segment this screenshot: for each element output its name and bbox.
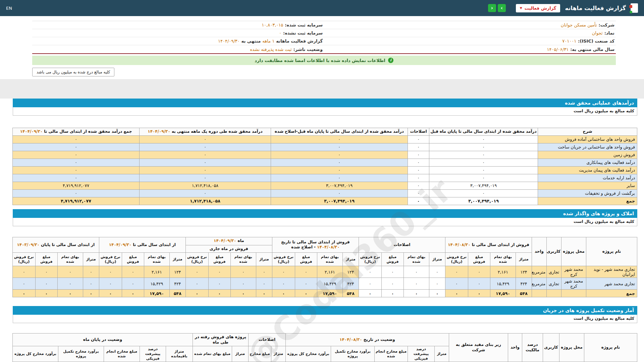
g5-sale-rate: ۰ xyxy=(99,278,122,290)
g6-sale-rate: ۰ xyxy=(12,278,35,290)
group-header-prev-year: از ابتدای سال مالی تا پایان ۱۴۰۳/۰۹/۳۰ xyxy=(12,237,99,253)
sub-column-header: مبلغ فروش xyxy=(295,253,317,266)
value-adjustments: ۰ xyxy=(408,174,429,182)
value-prev-adjusted: ۰ xyxy=(271,189,408,197)
g5-sale-amount: ۰ xyxy=(122,290,144,297)
g4-area: ۰ xyxy=(256,290,272,297)
g1-sale-amount: ۰ xyxy=(468,266,490,278)
revenue-row: برگشت از فروش و تخفیفات ۰ ۰ ۰ ۰ ۰ xyxy=(13,189,637,197)
g3-cost: ۱۵,۴۲۹ xyxy=(317,278,342,290)
unregistered-capital-value: ۰ xyxy=(279,31,281,36)
registered-capital-label: سرمایه ثبت شده: xyxy=(285,22,323,27)
value-current-month: ۰ xyxy=(140,189,271,197)
company-name-link[interactable]: تأمین مسکن جوانان xyxy=(561,22,597,27)
project-name: تجاری محمد شهر xyxy=(586,278,637,290)
revenue-row: درآمد ارایه خدمات ۰ ۰ ۰ ۰ ۰ xyxy=(13,174,637,182)
value-adjustments: ۰ xyxy=(408,197,429,205)
value-adjustments: ۰ xyxy=(408,166,429,174)
symbol-link[interactable]: ثجوان xyxy=(592,31,603,36)
prev-report-button[interactable]: ‹ xyxy=(488,4,496,12)
isic-value: ۷۰۱۰۰۱ xyxy=(562,39,576,44)
value-prev-period: ۰ xyxy=(429,151,538,159)
value-current-month: ۰ xyxy=(140,159,271,166)
symbol-label: نماد: xyxy=(604,31,614,36)
value-total: ۰ xyxy=(13,166,140,174)
g3-area: ۱۲۴ xyxy=(342,266,359,278)
language-toggle-en[interactable]: EN xyxy=(6,6,12,11)
company-info-right-column: شرکت: تأمین مسکن جوانان نماد: ثجوان کد ص… xyxy=(324,21,616,53)
company-info-panel: شرکت: تأمین مسکن جوانان نماد: ثجوان کد ص… xyxy=(32,21,616,54)
project-unit: مترمربع xyxy=(532,278,547,290)
row-label: درآمد فعالیت های پیمانکاری xyxy=(538,159,637,166)
subgroup-header-current-month-sales: فروش در ماه جاری xyxy=(185,245,272,253)
revenue-row: درآمد فعالیت های پیمانکاری ۰ ۰ ۰ ۰ ۰ xyxy=(13,159,637,166)
g3-sale-amount: ۰ xyxy=(295,290,317,297)
group-header-sales-adjusted: فروش از ابتدای سال مالی تا تاریخ ۱۴۰۴/۰۸… xyxy=(272,237,359,253)
sub-column-header: نرخ فروش (ریال) xyxy=(359,253,381,266)
row-label: جمع xyxy=(538,197,637,205)
column-header-project-name: نام پروژه xyxy=(586,237,637,266)
value-prev-period: ۰ xyxy=(429,166,538,174)
project-name: جمع xyxy=(586,290,637,297)
g3-cost: ۱۷,۵۹۰ xyxy=(317,290,342,297)
report-period-label: گزارش فعالیت ماهانه xyxy=(276,39,323,44)
publisher-status-value: ثبت شده پذیرفته نشده xyxy=(250,47,291,52)
report-type-dropdown[interactable]: گزارش فعالیت ▼ xyxy=(516,4,560,12)
column-header-project-location: محل پروژه xyxy=(561,237,586,266)
g2-sale-amount: ۰ xyxy=(381,278,404,290)
unit-note-transferred: کلیه مبالغ به میلیون ریال است xyxy=(13,218,637,226)
g6-cost: ۰ xyxy=(57,266,83,278)
g6-sale-rate: ۰ xyxy=(12,266,35,278)
value-prev-adjusted: ۰ xyxy=(271,166,408,174)
in-progress-group-header-row: نام پروژه محل پروژه کاربری درصد مالکیت و… xyxy=(12,334,637,346)
sub-column-header: بهای تمام شده xyxy=(490,253,516,266)
project-name: تجاری محمد شهر - نوید ایرانیان xyxy=(586,266,637,278)
g2-cost: ۰ xyxy=(404,278,429,290)
sub-column-header: نرخ فروش (ریال) xyxy=(445,253,468,266)
g1-cost: ۱۵,۴۲۹ xyxy=(490,278,516,290)
g5-sale-rate: ۰ xyxy=(99,266,122,278)
sub-column-header: بهای تمام شده xyxy=(230,253,256,266)
sub-column-header: برآورد مخارج کل پروژه xyxy=(12,346,58,362)
value-total: ۰ xyxy=(13,159,140,166)
value-total: ۰ xyxy=(13,143,140,151)
fiscal-year-value: ۱۴۰۵/۰۶/۳۱ xyxy=(547,47,569,52)
sub-column-header: مبلغ مخارج xyxy=(248,346,271,362)
section-title-in-progress: آمار وضعیت تکمیل پروژه های در جریان xyxy=(13,306,637,315)
sub-column-header: نرخ فروش (ریال) xyxy=(12,253,35,266)
g2-sale-rate: ۰ xyxy=(359,290,381,297)
sub-column-header: مبلغ فروش xyxy=(208,253,230,266)
report-type-label: گزارش فعالیت xyxy=(525,6,556,11)
g4-area: ۰ xyxy=(256,278,272,290)
in-progress-projects-table: نام پروژه محل پروژه کاربری درصد مالکیت و… xyxy=(12,333,637,362)
sub-column-header: نرخ فروش (ریال) xyxy=(99,253,122,266)
row-label: فروش زمین xyxy=(538,151,637,159)
value-current-month: ۱,۷۱۲,۴۱۸,۰۵۸ xyxy=(140,182,271,189)
info-row-company: شرکت: تأمین مسکن جوانان xyxy=(324,21,616,29)
g1-sale-rate: ۰ xyxy=(445,278,468,290)
sub-column-header: متراژ باقیمانده xyxy=(166,346,193,362)
isic-label: کد صنعت (ISIC): xyxy=(578,39,614,44)
project-unit: مترمربع xyxy=(532,266,547,278)
g6-area: ۰ xyxy=(83,290,99,297)
group-header-sold-during-month: پروژه های فروش رفته در طی ماه xyxy=(193,334,248,346)
column-header-useful-area: زیر بنای مفید متعلق به شرکت xyxy=(449,334,508,362)
value-prev-period: ۰ xyxy=(429,189,538,197)
g1-cost: ۲,۱۶۱ xyxy=(490,266,516,278)
project-row: تجاری محمد شهر محمد شهر کرج تجاری مترمرب… xyxy=(12,278,637,290)
column-header-usage: کاربری xyxy=(547,237,561,266)
g1-area: ۴۲۴ xyxy=(516,278,532,290)
g4-cost: ۰ xyxy=(230,266,256,278)
g1-sale-rate: ۰ xyxy=(445,290,468,297)
column-header-prev-adjusted: درآمد محقق شده از ابتدای سال مالی تا پای… xyxy=(271,128,408,136)
g1-sale-amount: ۰ xyxy=(468,290,490,297)
next-report-button[interactable]: › xyxy=(498,4,506,12)
value-adjustments: ۰ xyxy=(408,151,429,159)
revenue-row: فروش واحد های ساختمانی در جریان ساخت ۰ ۰… xyxy=(13,143,637,151)
report-document-icon[interactable] xyxy=(631,3,638,13)
project-row: تجاری محمد شهر - نوید ایرانیان محمد شهر … xyxy=(12,266,637,278)
group-header-adjustments: اصلاحات xyxy=(359,237,445,253)
transferred-projects-table: نام پروژه محل پروژه کاربری واحد فروش از … xyxy=(12,237,637,298)
value-prev-period: ۰ xyxy=(429,143,538,151)
chevron-down-icon: ▼ xyxy=(520,7,522,10)
